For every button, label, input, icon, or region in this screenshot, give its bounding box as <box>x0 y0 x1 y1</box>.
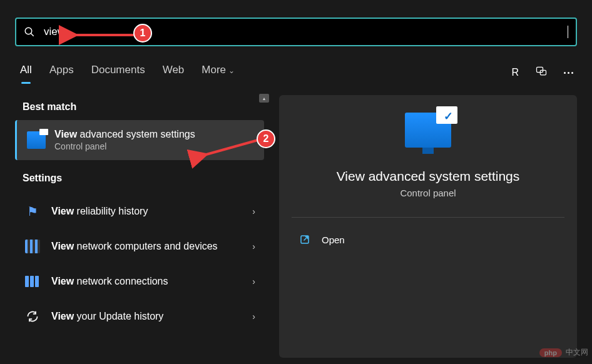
tab-all[interactable]: All <box>20 64 32 81</box>
tab-more[interactable]: More⌄ <box>202 64 235 81</box>
filter-tabs: All Apps Documents Web More⌄ <box>20 64 235 81</box>
user-account-icon[interactable]: R <box>511 67 519 78</box>
svg-line-6 <box>204 140 258 155</box>
best-match-title: View advanced system settings <box>54 129 195 140</box>
best-match-text: View advanced system settings Control pa… <box>54 129 195 151</box>
svg-rect-2 <box>537 67 543 72</box>
open-button[interactable]: Open <box>292 230 564 249</box>
refresh-icon <box>24 308 41 325</box>
list-item-label: View reliability history <box>51 205 242 218</box>
annotation-badge-2: 2 <box>257 129 275 148</box>
annotation-arrow-1 <box>70 29 139 41</box>
open-external-icon <box>299 234 310 245</box>
system-settings-icon <box>27 131 46 149</box>
chevron-right-icon: › <box>252 241 255 251</box>
list-item[interactable]: ⚑ View reliability history › <box>15 194 264 229</box>
annotation-arrow-2 <box>199 135 262 160</box>
text-cursor <box>568 26 568 38</box>
scroll-up-indicator[interactable]: ▴ <box>259 94 269 103</box>
tab-documents[interactable]: Documents <box>91 64 145 81</box>
search-icon <box>24 26 35 38</box>
chevron-down-icon: ⌄ <box>228 66 235 75</box>
header-icons: R <box>511 65 573 80</box>
watermark-text: 中文网 <box>566 347 588 358</box>
chevron-right-icon: › <box>252 206 255 216</box>
open-label: Open <box>322 235 345 245</box>
list-item-label: View your Update history <box>51 310 242 323</box>
svg-line-1 <box>31 33 34 36</box>
chevron-right-icon: › <box>252 276 255 286</box>
svg-point-0 <box>25 28 32 34</box>
tab-apps[interactable]: Apps <box>49 64 74 81</box>
chevron-right-icon: › <box>252 311 255 321</box>
flag-icon: ⚑ <box>24 203 41 220</box>
list-item[interactable]: View your Update history › <box>15 299 264 334</box>
list-item-label: View network connections <box>51 275 242 288</box>
more-options-icon[interactable] <box>564 72 573 74</box>
best-match-header: Best match <box>15 95 264 120</box>
list-item[interactable]: View network connections › <box>15 264 264 299</box>
network-connections-icon <box>24 273 41 290</box>
detail-panel: ✓ View advanced system settings Control … <box>279 95 577 358</box>
watermark-chip: php <box>539 348 562 357</box>
settings-list: ⚑ View reliability history › View networ… <box>15 194 264 334</box>
annotation-badge-1: 1 <box>133 24 152 43</box>
divider <box>292 217 564 218</box>
watermark: php 中文网 <box>539 347 588 358</box>
filter-row: All Apps Documents Web More⌄ R <box>0 46 592 86</box>
chat-icon[interactable] <box>535 65 548 80</box>
system-settings-icon: ✓ <box>405 113 451 148</box>
list-item[interactable]: View network computers and devices › <box>15 229 264 264</box>
network-computers-icon <box>24 238 41 255</box>
detail-subtitle: Control panel <box>400 188 456 198</box>
list-item-label: View network computers and devices <box>51 240 242 253</box>
results-content: ▴ Best match View advanced system settin… <box>0 86 592 358</box>
detail-title: View advanced system settings <box>337 169 520 184</box>
tab-web[interactable]: Web <box>163 64 185 81</box>
settings-header: Settings <box>15 166 264 191</box>
best-match-subtitle: Control panel <box>54 141 195 151</box>
results-list: ▴ Best match View advanced system settin… <box>15 95 264 358</box>
tab-more-label: More <box>202 64 226 76</box>
